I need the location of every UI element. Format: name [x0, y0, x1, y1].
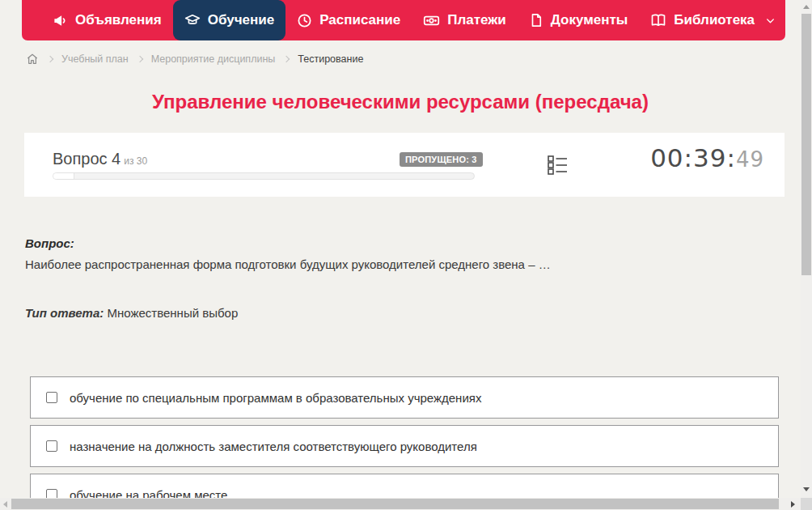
graduation-cap-icon: [184, 12, 201, 28]
nav-item-label: Платежи: [447, 12, 506, 28]
answer-option-label: обучение по специальным программам в обр…: [70, 391, 481, 405]
question-heading: Вопрос:: [25, 236, 74, 250]
nav-item-label: Расписание: [319, 12, 400, 28]
scroll-down-arrow-icon[interactable]: [803, 487, 810, 491]
progress-bar: [53, 172, 475, 180]
answer-options: обучение по специальным программам в обр…: [30, 376, 779, 510]
answer-option[interactable]: назначение на должность заместителя соот…: [30, 425, 779, 467]
breadcrumb-item-discipline-event[interactable]: Мероприятие дисциплины: [151, 53, 276, 65]
document-icon: [529, 13, 543, 28]
question-list-icon[interactable]: [547, 154, 569, 179]
vertical-scrollbar[interactable]: [801, 0, 812, 510]
nav-item-label: Документы: [551, 12, 628, 28]
nav-item-documents[interactable]: Документы: [518, 0, 640, 40]
question-header-card: Вопрос 4из 30 ПРОПУЩЕНО: 3 00:39:49: [24, 133, 785, 197]
megaphone-icon: [53, 13, 68, 28]
nav-item-schedule[interactable]: Расписание: [285, 0, 412, 40]
horizontal-scrollbar-thumb[interactable]: [11, 499, 779, 509]
answer-option[interactable]: обучение по специальным программам в обр…: [30, 376, 779, 419]
book-icon: [650, 12, 666, 28]
question-number-label: Вопрос 4: [53, 150, 121, 168]
breadcrumb-item-curriculum[interactable]: Учебный план: [61, 53, 129, 65]
horizontal-scrollbar[interactable]: [0, 498, 801, 510]
breadcrumb-item-testing: Тестирование: [298, 53, 363, 65]
breadcrumb: Учебный план Мероприятие дисциплины Тест…: [26, 51, 363, 67]
nav-item-education[interactable]: Обучение: [173, 0, 285, 40]
timer: 00:39:49: [650, 143, 764, 172]
nav-item-label: Объявления: [75, 12, 162, 28]
scroll-right-arrow-icon[interactable]: [791, 501, 795, 508]
skipped-badge: ПРОПУЩЕНО: 3: [400, 152, 483, 167]
answer-option-label: назначение на должность заместителя соот…: [70, 440, 477, 453]
question-number: Вопрос 4из 30: [53, 150, 147, 168]
scroll-left-arrow-icon[interactable]: [3, 501, 7, 508]
progress-fill: [53, 173, 74, 179]
breadcrumb-separator-icon: [47, 56, 53, 62]
home-icon[interactable]: [26, 53, 39, 66]
nav-item-label: Библиотека: [674, 12, 755, 28]
page-title: Управление человеческими ресурсами (пере…: [0, 91, 801, 113]
breadcrumb-separator-icon: [283, 56, 290, 62]
question-of-total: из 30: [124, 155, 147, 167]
timer-main: 00:39:: [650, 143, 736, 172]
question-text: Наиболее распространенная форма подготов…: [25, 257, 777, 271]
checkbox[interactable]: [46, 440, 57, 452]
vertical-scrollbar-thumb[interactable]: [801, 14, 811, 275]
nav-item-label: Обучение: [208, 12, 274, 28]
top-navbar: Объявления Обучение Расписание: [22, 0, 785, 40]
answer-type-row: Тип ответа: Множественный выбор: [25, 306, 238, 320]
clock-icon: [297, 13, 312, 28]
answer-type-label: Тип ответа:: [25, 306, 104, 320]
timer-seconds: 49: [736, 147, 764, 172]
banknote-icon: [423, 12, 440, 29]
scrollbar-corner: [801, 498, 812, 510]
breadcrumb-separator-icon: [136, 56, 142, 62]
checkbox[interactable]: [46, 392, 57, 403]
nav-item-payments[interactable]: Платежи: [412, 0, 518, 40]
scroll-up-arrow-icon[interactable]: [803, 5, 810, 9]
answer-type-value: Множественный выбор: [107, 306, 238, 320]
nav-item-library[interactable]: Библиотека: [639, 0, 787, 40]
chevron-down-icon: [765, 15, 776, 26]
nav-item-announcements[interactable]: Объявления: [41, 0, 173, 40]
